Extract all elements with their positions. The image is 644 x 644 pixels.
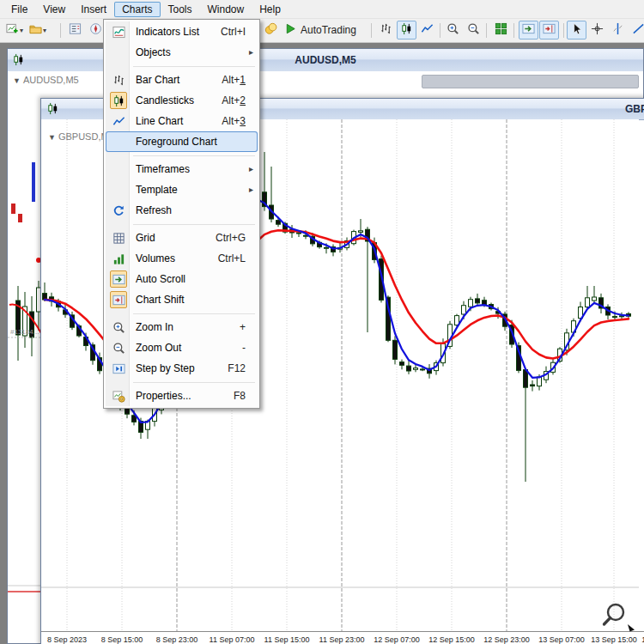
menu-item-shortcut: + <box>240 321 246 333</box>
menu-item-shortcut: Alt+1 <box>222 74 246 86</box>
menubar-item-window[interactable]: Window <box>200 2 252 17</box>
menubar-item-tools[interactable]: Tools <box>161 2 200 17</box>
market-watch-button[interactable] <box>65 21 85 39</box>
menu-item-volumes[interactable]: VolumesCtrl+L <box>106 248 258 269</box>
new-order-button[interactable] <box>261 21 281 39</box>
candlesticks-icon <box>110 92 127 109</box>
menu-item-label: Zoom Out <box>136 342 234 354</box>
menu-item-template[interactable]: Template▸ <box>106 179 258 200</box>
dropdown-caret-icon[interactable]: ▾ <box>20 27 23 34</box>
audusd-symbol-label[interactable]: ▼AUDUSD,M5 <box>13 75 79 85</box>
menu-item-shortcut: - <box>242 342 246 354</box>
menu-item-label: Bar Chart <box>136 74 213 86</box>
menu-item-step-by-step[interactable]: Step by StepF12 <box>106 358 258 379</box>
bar-chart-icon <box>380 22 392 39</box>
toolbar-separator <box>513 23 514 38</box>
menubar-item-file[interactable]: File <box>3 2 35 17</box>
chart-shift-icon <box>543 22 556 39</box>
horizontal-scrollbar[interactable] <box>422 75 639 88</box>
menu-item-label: Step by Step <box>136 362 219 374</box>
menu-item-auto-scroll[interactable]: Auto Scroll <box>106 269 258 289</box>
cursor-button[interactable] <box>567 21 586 39</box>
menu-item-line-chart[interactable]: Line ChartAlt+3 <box>106 111 258 131</box>
crosshair-button[interactable] <box>587 21 607 39</box>
menu-item-properties[interactable]: Properties...F8 <box>106 386 258 406</box>
menu-item-shortcut: Alt+2 <box>222 94 246 106</box>
order-label: #13184... <box>10 328 39 336</box>
toolbar-group <box>65 21 106 39</box>
zoom-cursor-icon <box>599 599 639 639</box>
line-chart-icon <box>421 22 434 39</box>
time-axis[interactable]: 8 Sep 20238 Sep 15:008 Sep 23:0011 Sep 0… <box>41 631 644 644</box>
menu-item-label: Candlesticks <box>136 94 213 106</box>
toolbar-separator <box>486 23 487 38</box>
toolbar-group: AutoTrading <box>261 21 359 39</box>
toolbar-separator <box>440 23 440 38</box>
menu-item-label: Volumes <box>136 252 210 264</box>
dropdown-caret-icon[interactable]: ▾ <box>43 27 46 34</box>
line-chart-button[interactable] <box>417 21 437 39</box>
menu-item-zoom-out[interactable]: Zoom Out- <box>106 337 258 358</box>
chart-window-icon <box>46 102 60 116</box>
vertical-line-button[interactable] <box>608 21 628 39</box>
toolbar-group: ▾▾ <box>3 21 49 39</box>
menu-item-objects[interactable]: Objects▸ <box>106 42 258 63</box>
menu-item-timeframes[interactable]: Timeframes▸ <box>106 159 258 179</box>
menu-item-grid[interactable]: GridCtrl+G <box>106 228 258 248</box>
properties-icon <box>110 387 127 404</box>
candlesticks-button[interactable] <box>397 21 416 39</box>
menu-separator <box>106 310 258 317</box>
menu-item-bar-chart[interactable]: Bar ChartAlt+1 <box>106 70 258 90</box>
menu-item-zoom-in[interactable]: Zoom In+ <box>106 317 258 337</box>
zoom-in-icon <box>447 22 459 39</box>
submenu-arrow-icon: ▸ <box>249 47 253 57</box>
menu-item-chart-shift[interactable]: Chart Shift <box>106 289 258 310</box>
menu-item-label: Foreground Chart <box>136 136 246 148</box>
menu-item-label: Indicators List <box>136 26 212 38</box>
toolbar-separator <box>563 23 564 38</box>
menu-item-foreground-chart[interactable]: Foreground Chart <box>106 131 258 152</box>
menu-item-shortcut: F8 <box>234 390 246 402</box>
toolbar-separator <box>60 23 61 38</box>
metatrader-app: FileViewInsertChartsToolsWindowHelp ▾▾Au… <box>0 0 644 644</box>
menubar-item-view[interactable]: View <box>35 2 73 17</box>
new-chart-button[interactable]: ▾ <box>3 21 26 39</box>
submenu-arrow-icon: ▸ <box>249 164 253 173</box>
toolbar: ▾▾AutoTrading <box>0 19 644 43</box>
zoom-in-button[interactable] <box>443 21 463 39</box>
autotrading-button[interactable]: AutoTrading <box>282 21 359 39</box>
candlesticks-icon <box>400 22 413 39</box>
mdi-area: AUDUSD,M5 ▼AUDUSD,M5 #13184... GBPUSD,M1… <box>0 43 644 644</box>
profiles-button[interactable]: ▾ <box>27 21 49 39</box>
menu-item-label: Line Chart <box>136 115 213 127</box>
time-axis-label: 13 Sep 07:00 <box>538 635 585 644</box>
menu-separator <box>106 221 258 228</box>
bar-chart-button[interactable] <box>376 21 396 39</box>
menu-item-candlesticks[interactable]: CandlesticksAlt+2 <box>106 90 258 111</box>
chart-shift-icon <box>110 291 127 308</box>
menu-item-indicators-list[interactable]: Indicators ListCtrl+I <box>106 21 258 42</box>
trendline-button[interactable] <box>629 21 644 39</box>
chart-shift-button[interactable] <box>539 21 559 39</box>
autotrading-icon <box>284 22 297 39</box>
time-axis-label: 11 Sep 07:00 <box>210 635 255 644</box>
time-axis-label: 8 Sep 23:00 <box>156 635 198 644</box>
menubar: FileViewInsertChartsToolsWindowHelp <box>0 0 644 19</box>
menubar-item-charts[interactable]: Charts <box>114 2 160 17</box>
auto-scroll-icon <box>522 22 535 39</box>
auto-scroll-button[interactable] <box>519 21 538 39</box>
toolbar-group <box>376 21 437 39</box>
toolbar-group <box>567 21 644 39</box>
menu-item-shortcut: Ctrl+L <box>218 252 246 264</box>
volumes-icon <box>110 250 127 267</box>
line-chart-icon <box>110 112 127 130</box>
menu-item-shortcut: Ctrl+G <box>216 232 246 244</box>
time-axis-label: 8 Sep 15:00 <box>101 635 143 644</box>
tile-windows-button[interactable] <box>491 21 511 39</box>
menubar-item-help[interactable]: Help <box>252 2 289 17</box>
toolbar-group <box>519 21 559 39</box>
menubar-item-insert[interactable]: Insert <box>73 2 114 17</box>
collapse-triangle-icon: ▼ <box>13 76 21 85</box>
zoom-out-button[interactable] <box>464 21 483 39</box>
menu-item-refresh[interactable]: Refresh <box>106 200 258 221</box>
